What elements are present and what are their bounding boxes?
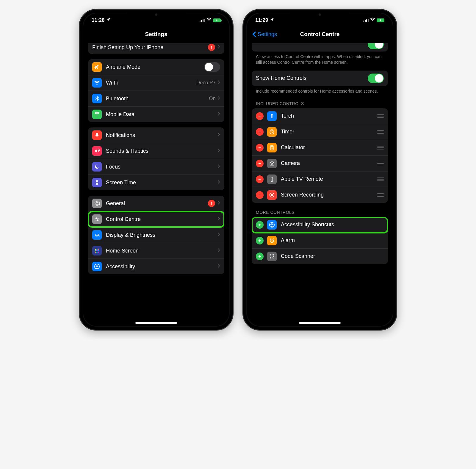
row-timer[interactable]: Timer bbox=[252, 124, 388, 140]
row-label: Wi-Fi bbox=[106, 80, 196, 86]
torch-icon bbox=[267, 111, 277, 121]
bluetooth-icon bbox=[92, 94, 102, 103]
apps-grid-icon bbox=[92, 246, 102, 255]
row-bluetooth[interactable]: Bluetooth On bbox=[88, 91, 224, 107]
remove-button[interactable] bbox=[256, 128, 264, 136]
row-label: Bluetooth bbox=[106, 96, 209, 102]
antenna-icon bbox=[92, 110, 102, 119]
phone-right: 11:29 Settings Control Centre Allow a bbox=[242, 9, 397, 331]
svg-rect-6 bbox=[95, 249, 96, 250]
row-label: Show Home Controls bbox=[256, 75, 368, 81]
home-controls-group: Show Home Controls bbox=[252, 71, 388, 86]
text-size-icon: AA bbox=[92, 230, 102, 240]
row-accessibility-shortcuts[interactable]: Accessibility Shortcuts bbox=[252, 217, 388, 233]
drag-handle-icon[interactable] bbox=[377, 146, 384, 149]
alarm-icon bbox=[267, 236, 277, 245]
bell-icon bbox=[92, 130, 102, 140]
back-button[interactable]: Settings bbox=[252, 31, 277, 38]
nav-bar: Settings bbox=[83, 27, 229, 41]
page-title: Settings bbox=[145, 31, 167, 38]
row-camera[interactable]: Camera bbox=[252, 156, 388, 172]
row-focus[interactable]: Focus bbox=[88, 159, 224, 175]
row-label: Accessibility Shortcuts bbox=[281, 222, 384, 228]
svg-point-35 bbox=[271, 194, 273, 196]
row-label: Camera bbox=[281, 160, 377, 166]
svg-point-22 bbox=[273, 147, 273, 148]
home-controls-toggle[interactable] bbox=[368, 74, 384, 83]
drag-handle-icon[interactable] bbox=[377, 114, 384, 118]
row-label: Screen Recording bbox=[281, 192, 377, 198]
chevron-left-icon bbox=[252, 31, 256, 38]
row-screen-time[interactable]: Screen Time bbox=[88, 175, 224, 190]
svg-point-20 bbox=[271, 147, 272, 148]
svg-point-16 bbox=[96, 265, 97, 266]
row-label: Control Centre bbox=[106, 216, 217, 222]
row-label: Sounds & Haptics bbox=[106, 148, 217, 154]
row-alarm[interactable]: Alarm bbox=[252, 233, 388, 249]
row-accessibility[interactable]: Accessibility bbox=[88, 259, 224, 274]
svg-point-37 bbox=[271, 223, 272, 224]
badge: 1 bbox=[208, 44, 215, 51]
add-button[interactable] bbox=[256, 237, 264, 244]
remove-button[interactable] bbox=[256, 160, 264, 167]
row-torch[interactable]: Torch bbox=[252, 108, 388, 124]
svg-text:A: A bbox=[97, 233, 100, 237]
row-show-home-controls[interactable]: Show Home Controls bbox=[252, 71, 388, 86]
row-control-centre[interactable]: Control Centre bbox=[88, 211, 224, 227]
svg-rect-11 bbox=[98, 250, 99, 251]
more-group: Accessibility Shortcuts Alarm Code Scann… bbox=[252, 217, 388, 264]
row-access-within-apps[interactable] bbox=[252, 43, 388, 52]
add-button[interactable] bbox=[256, 253, 264, 260]
svg-rect-14 bbox=[98, 252, 99, 253]
hourglass-icon bbox=[92, 178, 102, 187]
remove-button[interactable] bbox=[256, 191, 264, 199]
back-label: Settings bbox=[258, 31, 277, 38]
drag-handle-icon[interactable] bbox=[377, 177, 384, 181]
row-apple-tv-remote[interactable]: Apple TV Remote bbox=[252, 172, 388, 187]
row-sounds[interactable]: Sounds & Haptics bbox=[88, 143, 224, 159]
battery-icon bbox=[213, 18, 221, 22]
row-general[interactable]: General 1 bbox=[88, 196, 224, 211]
row-value: Deco P7 bbox=[196, 80, 216, 86]
access-toggle[interactable] bbox=[368, 43, 384, 49]
connectivity-group: Airplane Mode Wi-Fi Deco P7 Bluetooth On bbox=[88, 59, 224, 122]
nav-bar: Settings Control Centre bbox=[247, 27, 393, 41]
remove-button[interactable] bbox=[256, 175, 264, 183]
row-display-brightness[interactable]: AA Display & Brightness bbox=[88, 227, 224, 243]
row-label: Alarm bbox=[281, 237, 384, 244]
row-code-scanner[interactable]: Code Scanner bbox=[252, 249, 388, 264]
row-home-screen[interactable]: Home Screen bbox=[88, 243, 224, 259]
svg-rect-19 bbox=[271, 146, 273, 147]
home-footer: Include recommended controls for Home ac… bbox=[252, 86, 388, 94]
status-time: 11:29 bbox=[255, 17, 268, 23]
home-indicator[interactable] bbox=[135, 322, 177, 324]
status-time: 11:28 bbox=[92, 17, 104, 23]
drag-handle-icon[interactable] bbox=[377, 130, 384, 134]
record-icon bbox=[267, 190, 277, 200]
row-screen-recording[interactable]: Screen Recording bbox=[252, 187, 388, 203]
svg-point-29 bbox=[271, 163, 273, 164]
row-mobile-data[interactable]: Mobile Data bbox=[88, 107, 224, 122]
remove-button[interactable] bbox=[256, 112, 264, 120]
drag-handle-icon[interactable] bbox=[377, 162, 384, 165]
row-wifi[interactable]: Wi-Fi Deco P7 bbox=[88, 75, 224, 91]
svg-point-31 bbox=[272, 177, 273, 178]
badge: 1 bbox=[208, 200, 215, 207]
airplane-icon bbox=[92, 62, 102, 72]
row-finish-setup[interactable]: Finish Setting Up Your iPhone 1 bbox=[88, 43, 224, 54]
signal-icon bbox=[363, 19, 369, 22]
row-airplane-mode[interactable]: Airplane Mode bbox=[88, 59, 224, 75]
svg-point-32 bbox=[272, 179, 272, 180]
row-calculator[interactable]: Calculator bbox=[252, 140, 388, 156]
row-label: Mobile Data bbox=[106, 111, 217, 118]
drag-handle-icon[interactable] bbox=[377, 193, 384, 197]
remove-button[interactable] bbox=[256, 144, 264, 152]
svg-rect-3 bbox=[95, 220, 99, 221]
row-notifications[interactable]: Notifications bbox=[88, 127, 224, 143]
timer-icon bbox=[267, 127, 277, 137]
row-label: Torch bbox=[281, 113, 377, 119]
add-button[interactable] bbox=[256, 221, 264, 229]
location-icon bbox=[106, 17, 111, 23]
home-indicator[interactable] bbox=[299, 322, 341, 324]
airplane-toggle[interactable] bbox=[204, 62, 220, 72]
